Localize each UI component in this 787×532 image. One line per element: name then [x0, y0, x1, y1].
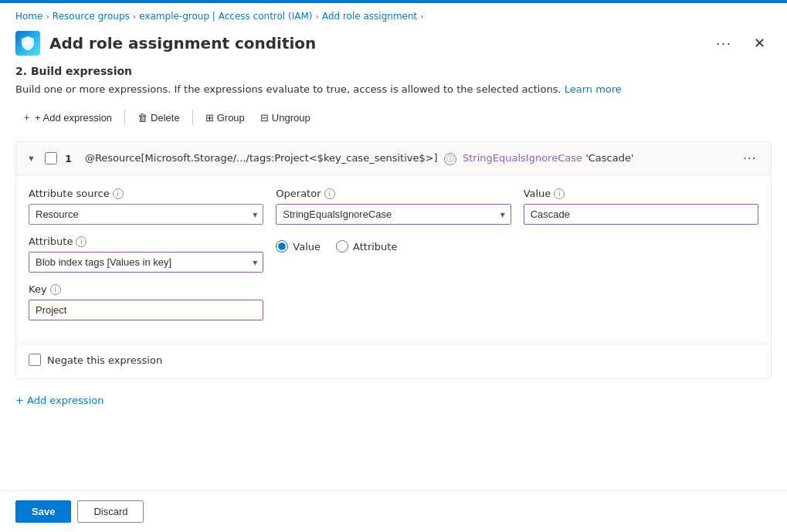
breadcrumb-sep-2: ›: [133, 12, 136, 22]
radio-attribute-input[interactable]: [336, 240, 348, 252]
main-content: 2. Build expression Build one or more ex…: [0, 65, 787, 412]
section-description: Build one or more expressions. If the ex…: [15, 83, 772, 95]
radio-attribute-label: Attribute: [353, 241, 397, 252]
section-title: 2. Build expression: [15, 65, 772, 77]
delete-button[interactable]: 🗑 Delete: [131, 107, 186, 128]
group-label: Group: [217, 112, 245, 124]
value-type-radio-group: Value Attribute: [276, 240, 511, 252]
negate-section: Negate this expression: [16, 344, 771, 378]
formula-func: StringEqualsIgnoreCase: [463, 152, 582, 164]
breadcrumb-home[interactable]: Home: [15, 11, 42, 22]
operator-wrapper: StringEqualsIgnoreCase: [276, 204, 511, 225]
attribute-wrapper: Blob index tags [Values in key]: [29, 252, 263, 273]
value-field-label: Value i: [524, 188, 758, 199]
attribute-select[interactable]: Blob index tags [Values in key]: [29, 252, 263, 273]
breadcrumb-sep-3: ›: [315, 12, 318, 22]
group-icon: ⊞: [205, 112, 214, 124]
page-title: Add role assignment condition: [49, 34, 700, 53]
middle-column: Operator i StringEqualsIgnoreCase: [276, 188, 511, 320]
plus-icon: ＋: [22, 110, 32, 124]
operator-label: Operator i: [276, 188, 511, 199]
group-button[interactable]: ⊞ Group: [199, 107, 251, 128]
expression-checkbox[interactable]: [45, 152, 57, 164]
key-input[interactable]: [29, 300, 263, 320]
ungroup-label: Ungroup: [272, 112, 310, 124]
breadcrumb: Home › Resource groups › example-group |…: [0, 3, 787, 28]
formula-resource: @Resource[Microsoft.Storage/.../tags:Pro…: [85, 152, 438, 164]
footer: Save Discard: [0, 490, 787, 532]
operator-info[interactable]: i: [324, 188, 335, 199]
add-expression-toolbar-button[interactable]: ＋ + Add expression: [15, 106, 118, 129]
save-button[interactable]: Save: [15, 500, 71, 523]
expression-number: 1: [65, 153, 77, 164]
radio-value-label: Value: [293, 241, 321, 252]
add-expression-label: + Add expression: [35, 112, 112, 124]
expression-header: ▼ 1 @Resource[Microsoft.Storage/.../tags…: [16, 142, 771, 175]
right-column: Value i: [524, 188, 758, 320]
more-options-button[interactable]: ···: [710, 32, 738, 55]
attribute-source-select[interactable]: Resource: [29, 204, 263, 225]
toolbar: ＋ + Add expression 🗑 Delete ⊞ Group ⊟ Un…: [15, 106, 772, 129]
radio-value[interactable]: Value: [276, 240, 321, 252]
close-button[interactable]: ✕: [748, 33, 772, 53]
discard-button[interactable]: Discard: [77, 500, 144, 523]
toolbar-divider-1: [124, 110, 125, 125]
breadcrumb-access-control[interactable]: example-group | Access control (IAM): [139, 11, 312, 22]
delete-icon: 🗑: [137, 112, 148, 124]
page-header: Add role assignment condition ··· ✕: [0, 28, 787, 65]
negate-checkbox[interactable]: [29, 354, 41, 366]
attribute-source-wrapper: Resource: [29, 204, 263, 225]
learn-more-link[interactable]: Learn more: [565, 83, 622, 95]
expression-block: ▼ 1 @Resource[Microsoft.Storage/.../tags…: [15, 141, 772, 379]
radio-value-input[interactable]: [276, 240, 288, 252]
operator-select[interactable]: StringEqualsIgnoreCase: [276, 204, 511, 225]
left-column: Attribute source i Resource Attribute: [29, 188, 263, 320]
attribute-label: Attribute i: [29, 236, 263, 247]
attribute-source-label: Attribute source i: [29, 188, 263, 199]
delete-label: Delete: [151, 112, 180, 124]
key-label: Key i: [29, 283, 263, 295]
collapse-button[interactable]: ▼: [25, 153, 37, 164]
toolbar-divider-2: [192, 110, 193, 125]
expression-formula: @Resource[Microsoft.Storage/.../tags:Pro…: [85, 152, 731, 165]
ungroup-button[interactable]: ⊟ Ungroup: [254, 107, 317, 128]
expression-more-button[interactable]: ···: [738, 150, 762, 167]
expression-body: Attribute source i Resource Attribute: [16, 175, 771, 344]
formula-info[interactable]: ⓘ: [444, 153, 456, 165]
value-input[interactable]: [524, 204, 758, 225]
radio-attribute[interactable]: Attribute: [336, 240, 397, 252]
breadcrumb-sep-1: ›: [46, 12, 49, 22]
key-info[interactable]: i: [50, 284, 61, 295]
add-expression-bottom-link[interactable]: + Add expression: [15, 388, 772, 412]
attribute-source-info[interactable]: i: [113, 188, 124, 199]
negate-label: Negate this expression: [47, 354, 162, 366]
breadcrumb-add-role[interactable]: Add role assignment: [322, 11, 417, 22]
breadcrumb-resource-groups[interactable]: Resource groups: [53, 11, 130, 22]
value-info[interactable]: i: [554, 188, 565, 199]
expr-row-1: Attribute source i Resource Attribute: [29, 188, 758, 320]
page-icon: [15, 31, 40, 56]
attribute-info[interactable]: i: [76, 236, 87, 247]
breadcrumb-sep-4: ›: [420, 12, 423, 22]
formula-value: 'Cascade': [585, 152, 633, 164]
ungroup-icon: ⊟: [260, 112, 269, 124]
shield-icon: [20, 36, 36, 51]
